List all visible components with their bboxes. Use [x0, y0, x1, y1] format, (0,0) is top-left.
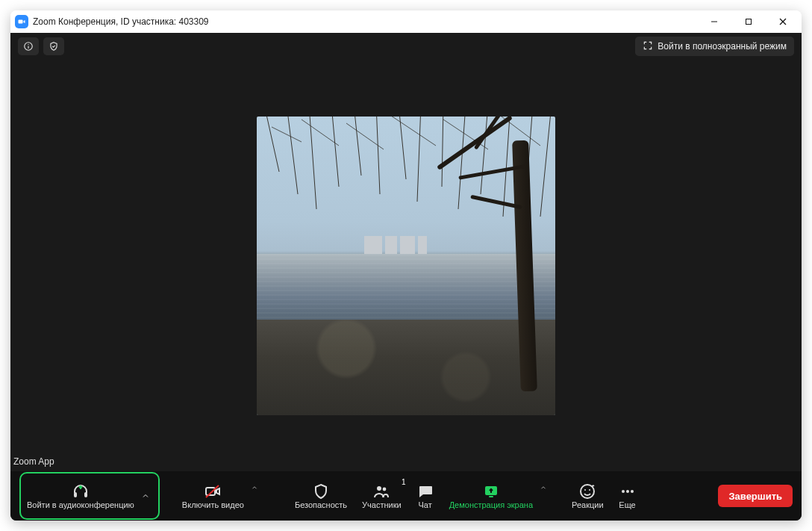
video-zone: [10, 60, 802, 471]
info-button[interactable]: [18, 37, 39, 55]
app-window: Zoom Конференция, ID участника: 403309 В…: [10, 10, 802, 521]
svg-point-21: [631, 490, 634, 493]
start-video-button[interactable]: Включить видео: [175, 475, 252, 517]
svg-rect-0: [19, 20, 23, 24]
participants-button[interactable]: Участники 1: [355, 475, 409, 517]
participants-label: Участники: [362, 500, 402, 509]
participant-video-tile[interactable]: [257, 117, 555, 415]
more-icon: [619, 482, 637, 500]
meeting-stage: Войти в полноэкранный режим Zoom App: [10, 33, 802, 521]
svg-point-16: [581, 485, 594, 498]
maximize-button[interactable]: [731, 10, 766, 33]
security-button[interactable]: Безопасность: [287, 475, 355, 517]
join-audio-label: Войти в аудиоконференцию: [27, 500, 134, 509]
share-screen-label: Демонстрация экрана: [449, 500, 533, 509]
reactions-icon: [578, 482, 596, 500]
svg-rect-15: [489, 496, 493, 497]
shield-icon: [312, 482, 330, 500]
minimize-button[interactable]: [697, 10, 731, 33]
stage-top-strip: Войти в полноэкранный режим: [10, 33, 802, 60]
svg-point-20: [626, 490, 629, 493]
headphones-icon: [72, 482, 90, 500]
chat-button[interactable]: Чат: [409, 475, 442, 517]
start-video-label: Включить видео: [182, 500, 244, 509]
reactions-button[interactable]: Реакции: [564, 475, 611, 517]
app-name-label: Zoom App: [13, 456, 54, 467]
join-audio-button[interactable]: Войти в аудиоконференцию: [22, 475, 139, 517]
join-audio-options-caret[interactable]: [139, 481, 152, 511]
more-label: Еще: [619, 500, 635, 509]
window-title: Zoom Конференция, ID участника: 403309: [33, 16, 209, 27]
chat-label: Чат: [419, 500, 432, 509]
svg-point-17: [584, 489, 586, 491]
svg-point-12: [377, 486, 381, 491]
fullscreen-icon: [643, 40, 653, 53]
svg-point-18: [589, 489, 590, 491]
more-button[interactable]: Еще: [611, 475, 644, 517]
encryption-shield-button[interactable]: [43, 37, 64, 55]
titlebar: Zoom Конференция, ID участника: 403309: [10, 10, 802, 33]
reactions-label: Реакции: [572, 500, 604, 509]
end-meeting-label: Завершить: [728, 491, 782, 502]
close-button[interactable]: [766, 10, 800, 33]
svg-point-7: [28, 44, 28, 45]
security-label: Безопасность: [295, 500, 347, 509]
join-audio-group: Войти в аудиоконференцию: [19, 472, 160, 520]
svg-rect-8: [74, 492, 77, 497]
svg-rect-2: [746, 19, 752, 25]
participants-icon: [372, 482, 390, 500]
zoom-app-icon: [15, 15, 28, 28]
video-options-caret[interactable]: [247, 481, 262, 494]
share-screen-icon: [482, 482, 500, 500]
share-screen-button[interactable]: Демонстрация экрана: [442, 475, 540, 517]
svg-point-13: [383, 488, 387, 491]
end-meeting-button[interactable]: Завершить: [718, 485, 793, 507]
fullscreen-label: Войти в полноэкранный режим: [658, 41, 787, 52]
participants-count-badge: 1: [402, 478, 406, 486]
svg-point-19: [622, 490, 625, 493]
chat-icon: [416, 482, 434, 500]
svg-rect-9: [84, 492, 87, 497]
enter-fullscreen-button[interactable]: Войти в полноэкранный режим: [635, 37, 794, 56]
camera-off-icon: [204, 482, 222, 500]
share-options-caret[interactable]: [536, 481, 551, 494]
meeting-toolbar: Войти в аудиоконференцию Включить видео …: [10, 471, 802, 521]
